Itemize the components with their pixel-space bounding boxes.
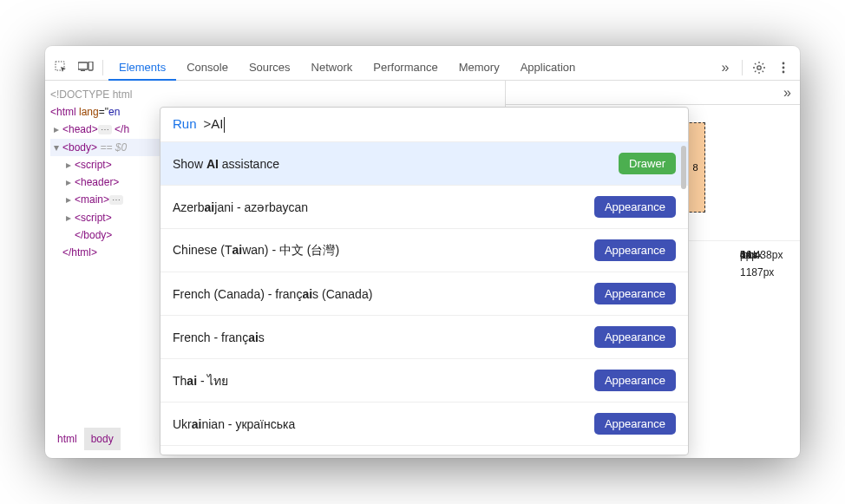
inspect-icon[interactable] — [50, 56, 73, 79]
command-menu: Run >AI Show AI assistance Drawer Azerba… — [160, 107, 689, 455]
tab-performance[interactable]: Performance — [363, 55, 448, 81]
more-tabs-icon[interactable]: » — [783, 85, 791, 101]
command-item[interactable]: Show AI assistance Drawer — [160, 142, 688, 186]
svg-rect-1 — [78, 62, 88, 69]
command-item[interactable]: French (Canada) - français (Canada) Appe… — [160, 272, 688, 316]
svg-point-4 — [757, 65, 761, 69]
text-cursor — [224, 117, 225, 133]
kebab-icon[interactable] — [772, 56, 795, 79]
devtools-window: Elements Console Sources Network Perform… — [45, 46, 800, 458]
svg-rect-3 — [88, 62, 93, 70]
command-item[interactable]: Show Application Panel — [160, 446, 688, 455]
settings-icon[interactable] — [748, 56, 770, 79]
tab-sources[interactable]: Sources — [239, 55, 301, 81]
breadcrumb-item[interactable]: html — [50, 428, 84, 450]
tab-memory[interactable]: Memory — [449, 55, 510, 81]
svg-point-5 — [783, 62, 785, 64]
tab-application[interactable]: Application — [510, 55, 586, 81]
styles-subtabs: » — [506, 81, 800, 105]
command-item[interactable]: Ukrainian - українська Appearance — [160, 403, 688, 446]
badge-appearance: Appearance — [594, 413, 676, 435]
badge-appearance: Appearance — [594, 196, 676, 218]
badge-drawer: Drawer — [619, 153, 676, 174]
tab-network[interactable]: Network — [301, 55, 364, 81]
command-item[interactable]: Chinese (Taiwan) - 中文 (台灣) Appearance — [160, 229, 688, 272]
tab-console[interactable]: Console — [176, 55, 239, 81]
svg-point-7 — [783, 70, 785, 73]
breadcrumb-item[interactable]: body — [84, 428, 121, 450]
badge-appearance: Appearance — [594, 326, 676, 348]
separator — [102, 60, 103, 75]
command-item[interactable]: French - français Appearance — [160, 316, 688, 359]
badge-appearance: Appearance — [594, 370, 676, 391]
svg-rect-2 — [81, 70, 85, 71]
badge-appearance: Appearance — [594, 283, 676, 304]
badge-appearance: Appearance — [594, 239, 676, 261]
more-tabs-icon[interactable]: » — [714, 56, 737, 79]
doctype: <!DOCTYPE html — [50, 88, 132, 101]
panel-tabs: Elements Console Sources Network Perform… — [108, 55, 586, 81]
command-list[interactable]: Show AI assistance Drawer Azerbaijani - … — [160, 142, 688, 455]
tab-elements[interactable]: Elements — [108, 55, 176, 81]
command-input[interactable]: Run >AI — [160, 108, 688, 142]
command-item[interactable]: Thai - ไทย Appearance — [160, 359, 688, 403]
main-toolbar: Elements Console Sources Network Perform… — [45, 55, 800, 81]
separator — [742, 60, 743, 75]
command-prefix: Run — [173, 116, 197, 131]
svg-point-6 — [783, 66, 785, 69]
command-item[interactable]: Azerbaijani - azərbaycan Appearance — [160, 186, 688, 229]
device-icon[interactable] — [75, 56, 97, 79]
